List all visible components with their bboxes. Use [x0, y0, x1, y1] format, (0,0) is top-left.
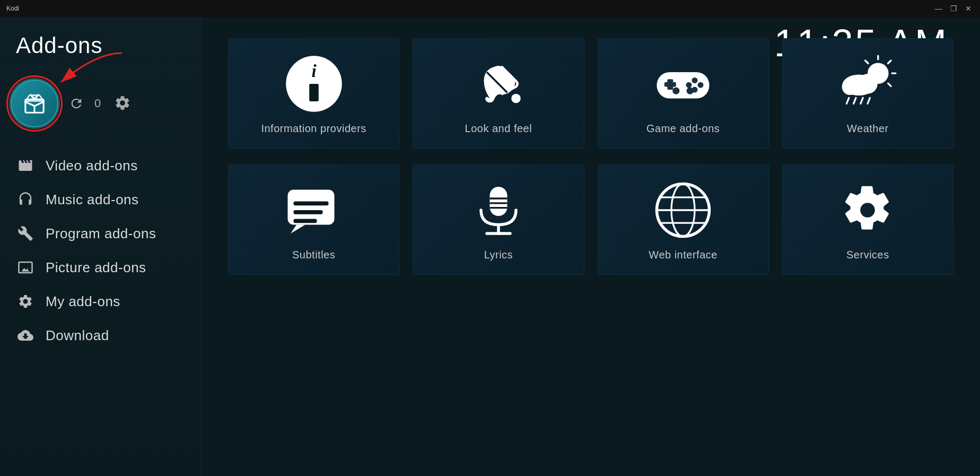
svg-point-23	[842, 79, 859, 95]
sidebar-label-video-addons: Video add-ons	[46, 158, 138, 174]
look-feel-icon	[469, 55, 528, 113]
svg-point-6	[511, 94, 521, 103]
addon-icon-wrapper	[11, 80, 58, 127]
sidebar-label-my-addons: My add-ons	[46, 293, 120, 310]
settings-icon	[114, 94, 131, 111]
my-addons-icon	[16, 292, 35, 311]
program-icon	[16, 224, 35, 243]
sidebar-label-picture-addons: Picture add-ons	[46, 259, 146, 276]
film-icon	[16, 156, 35, 175]
grid-row-2: Subtitles	[228, 165, 953, 275]
svg-line-28	[868, 98, 870, 103]
globe-icon	[654, 181, 712, 239]
services-icon	[838, 181, 897, 239]
tile-info-providers[interactable]: i Information providers	[228, 38, 399, 149]
svg-rect-33	[293, 219, 317, 223]
svg-line-21	[865, 60, 869, 64]
tile-subtitles[interactable]: Subtitles	[228, 165, 399, 275]
tile-lyrics[interactable]: Lyrics	[413, 165, 584, 275]
grid-row-1: i Information providers Look an	[228, 38, 953, 149]
restore-button[interactable]: ❐	[948, 3, 959, 14]
svg-line-27	[861, 98, 863, 103]
subtitles-icon	[285, 181, 343, 239]
tile-game-addons[interactable]: Game add-ons	[598, 38, 769, 149]
titlebar-title: Kodi	[6, 5, 933, 12]
sidebar-item-video-addons[interactable]: Video add-ons	[0, 149, 201, 183]
tile-services[interactable]: Services	[782, 165, 953, 275]
weather-icon	[838, 55, 897, 113]
addon-manager-icon	[21, 90, 48, 117]
tile-label-lyrics: Lyrics	[484, 249, 513, 261]
svg-rect-9	[667, 79, 673, 90]
svg-line-25	[847, 98, 849, 103]
svg-line-26	[854, 98, 856, 103]
microphone-icon	[469, 181, 528, 239]
svg-marker-30	[291, 225, 305, 234]
update-count: 0	[94, 97, 101, 110]
tile-label-services: Services	[846, 249, 889, 261]
sidebar-nav: Video add-ons Music add-ons Program add-…	[0, 149, 201, 352]
svg-rect-32	[293, 210, 322, 214]
tile-label-web-interface: Web interface	[649, 249, 718, 261]
content-area: i Information providers Look an	[202, 17, 980, 476]
sidebar-item-download[interactable]: Download	[0, 318, 201, 352]
sidebar-label-download: Download	[46, 327, 109, 344]
tile-weather[interactable]: Weather	[782, 38, 953, 149]
minimize-button[interactable]: —	[933, 3, 944, 14]
svg-line-18	[888, 60, 891, 64]
tile-label-game-addons: Game add-ons	[646, 123, 720, 135]
headphones-icon	[16, 190, 35, 209]
icon-row: 0	[0, 74, 201, 143]
tile-look-feel[interactable]: Look and feel	[413, 38, 584, 149]
svg-point-24	[858, 74, 878, 93]
addon-settings-button[interactable]	[114, 94, 131, 113]
info-icon: i	[285, 55, 343, 113]
svg-text:i: i	[311, 62, 317, 81]
close-button[interactable]: ✕	[963, 3, 974, 14]
svg-rect-34	[489, 187, 507, 216]
picture-icon	[16, 258, 35, 277]
svg-point-10	[692, 77, 698, 83]
sidebar-label-program-addons: Program add-ons	[46, 226, 156, 242]
svg-point-14	[672, 88, 679, 94]
svg-line-20	[888, 83, 891, 86]
addon-manager-button[interactable]	[11, 80, 58, 127]
tile-label-subtitles: Subtitles	[292, 249, 335, 261]
tile-web-interface[interactable]: Web interface	[598, 165, 769, 275]
svg-point-15	[687, 88, 694, 94]
tile-label-look-feel: Look and feel	[465, 123, 532, 135]
gamepad-icon	[654, 55, 712, 113]
svg-point-11	[698, 82, 704, 88]
sidebar-item-program-addons[interactable]: Program add-ons	[0, 217, 201, 250]
tile-label-info-providers: Information providers	[261, 123, 366, 135]
download-icon	[16, 326, 35, 345]
sidebar-item-my-addons[interactable]: My add-ons	[0, 284, 201, 318]
sidebar-item-music-addons[interactable]: Music add-ons	[0, 183, 201, 217]
svg-point-13	[686, 82, 692, 88]
sidebar-item-picture-addons[interactable]: Picture add-ons	[0, 250, 201, 284]
sidebar: Add-ons	[0, 17, 202, 476]
svg-rect-31	[293, 202, 328, 206]
main-layout: Add-ons	[0, 17, 980, 476]
titlebar-controls: — ❐ ✕	[933, 3, 974, 14]
tile-label-weather: Weather	[847, 123, 889, 135]
sidebar-label-music-addons: Music add-ons	[46, 192, 139, 208]
page-title: Add-ons	[0, 28, 201, 74]
refresh-button[interactable]	[69, 96, 84, 111]
refresh-icon	[69, 96, 84, 111]
titlebar: Kodi — ❐ ✕	[0, 0, 980, 17]
svg-rect-5	[309, 84, 319, 101]
